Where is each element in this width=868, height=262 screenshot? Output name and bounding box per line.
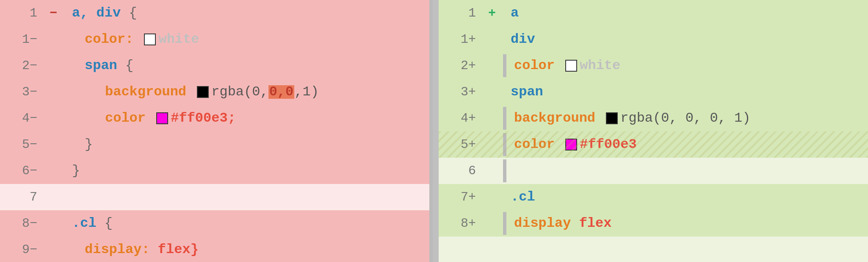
- token-value: white: [580, 59, 620, 72]
- diff-marker: [42, 210, 64, 237]
- diff-marker: [481, 210, 503, 237]
- color-swatch-magenta: [156, 112, 168, 124]
- color-swatch-black: [197, 86, 209, 98]
- diff-marker: [481, 53, 503, 79]
- indent-bar: [503, 107, 506, 130]
- diff-marker: [481, 184, 503, 210]
- diff-marker: [42, 26, 64, 53]
- token-punctuation: {: [105, 217, 113, 230]
- diff-marker: [42, 184, 64, 210]
- line-number: 6−: [0, 158, 42, 184]
- line-content: }: [64, 131, 429, 158]
- left-line-8: 8− .cl {: [0, 210, 429, 237]
- line-number: 5−: [0, 131, 42, 158]
- line-number: 6: [439, 158, 481, 184]
- token-value: white: [158, 33, 199, 46]
- line-content: }: [64, 158, 429, 184]
- token-value: flex}: [158, 243, 199, 256]
- diff-marker: [481, 158, 503, 184]
- left-diff-panel: 1 − a, div { 1− color: white 2− span {: [0, 0, 433, 262]
- token-property: color: [514, 59, 555, 72]
- token-punctuation: }: [72, 164, 80, 178]
- line-number: 9−: [0, 237, 42, 262]
- indent-bar: [503, 212, 506, 235]
- line-content: span: [503, 79, 868, 105]
- left-line-1: 1 − a, div {: [0, 0, 429, 26]
- line-content: color white: [506, 53, 868, 79]
- diff-marker: [481, 131, 503, 158]
- line-number: 1−: [0, 26, 42, 53]
- right-line-4: 4+ background rgba(0, 0, 0, 1): [439, 105, 868, 131]
- line-number: 1: [0, 0, 42, 26]
- line-content: [64, 184, 429, 210]
- diff-marker: [481, 105, 503, 131]
- diff-marker: [42, 158, 64, 184]
- line-number: 1: [439, 0, 481, 26]
- color-swatch-white: [144, 33, 156, 45]
- left-line-7: 7: [0, 184, 429, 210]
- color-swatch-magenta: [565, 139, 577, 151]
- token-property: color: [105, 111, 146, 125]
- left-line-6: 6− }: [0, 158, 429, 184]
- panel-separator: [433, 0, 439, 262]
- line-number: 3−: [0, 79, 42, 105]
- diff-marker: +: [481, 0, 503, 26]
- diff-marker: [481, 79, 503, 105]
- token-selector: a,: [72, 6, 88, 20]
- line-content: color #ff00e3;: [64, 105, 429, 131]
- token-rgba: ,1): [294, 85, 319, 99]
- line-content: [506, 158, 868, 184]
- line-number: 8−: [0, 210, 42, 237]
- line-content: display flex: [506, 210, 868, 237]
- line-content: a, div {: [64, 0, 429, 26]
- token-property: background: [105, 85, 186, 99]
- left-line-3: 3− background rgba(0,0,0,1): [0, 79, 429, 105]
- color-swatch-black: [606, 112, 618, 124]
- left-line-9: 9− display: flex}: [0, 237, 429, 262]
- line-content: .cl: [503, 184, 868, 210]
- right-line-1b: 1+ div: [439, 26, 868, 53]
- token-rgba: rgba(0, 0, 0, 1): [620, 111, 750, 125]
- line-content: background rgba(0,0,0,1): [64, 79, 429, 105]
- token-selector: div: [511, 33, 535, 46]
- token-value: #ff00e3;: [171, 111, 236, 125]
- token-property: color: [514, 138, 555, 151]
- line-number: 4+: [439, 105, 481, 131]
- token-property: color:: [85, 33, 133, 46]
- diff-marker: [481, 26, 503, 53]
- token-value: flex: [579, 217, 612, 230]
- line-number: 7+: [439, 184, 481, 210]
- token-selector: div: [97, 6, 121, 20]
- token-property: display: [514, 217, 571, 230]
- diff-marker: [42, 79, 64, 105]
- token-selector: .cl: [511, 190, 535, 204]
- diff-marker: [42, 131, 64, 158]
- right-diff-panel: 1 + a 1+ div 2+ color white 3+ span: [439, 0, 868, 262]
- line-content: div: [503, 26, 868, 53]
- line-content: color #ff00e3: [506, 131, 868, 158]
- line-number: 5+: [439, 131, 481, 158]
- right-line-7: 7+ .cl: [439, 184, 868, 210]
- line-number: 4−: [0, 105, 42, 131]
- token-punctuation: }: [85, 138, 93, 151]
- diff-marker: [42, 53, 64, 79]
- color-swatch-white: [565, 60, 577, 72]
- line-number: 8+: [439, 210, 481, 237]
- token-property: background: [514, 111, 595, 125]
- line-content: color: white: [64, 26, 429, 53]
- right-line-6: 6: [439, 158, 868, 184]
- left-line-2: 2− span {: [0, 53, 429, 79]
- indent-bar: [503, 54, 506, 77]
- token-punctuation: {: [129, 6, 137, 20]
- right-line-1: 1 + a: [439, 0, 868, 26]
- token-rgba-highlighted: 0,0: [268, 85, 295, 99]
- line-number: 7: [0, 184, 42, 210]
- token-selector: span: [511, 85, 543, 99]
- left-line-1a: 1− color: white: [0, 26, 429, 53]
- token-value: #ff00e3: [580, 138, 636, 151]
- indent-bar: [503, 133, 506, 156]
- token-selector: span: [85, 59, 117, 72]
- right-line-2: 2+ color white: [439, 53, 868, 79]
- token-selector: .cl: [72, 217, 97, 230]
- line-content: span {: [64, 53, 429, 79]
